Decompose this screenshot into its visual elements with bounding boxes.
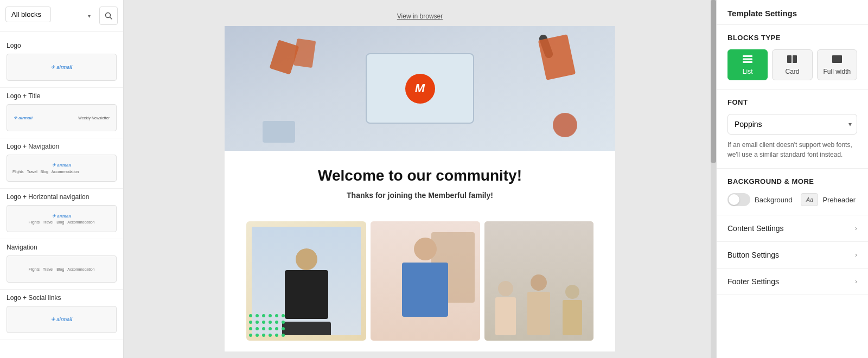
decor-envelope bbox=[293, 39, 316, 68]
group-silhouettes bbox=[484, 221, 593, 341]
community-image-2 bbox=[371, 221, 480, 341]
main-canvas: View in browser M bbox=[124, 0, 716, 358]
view-in-browser-link[interactable]: View in browser bbox=[397, 12, 443, 20]
sidebar-item-logo-title[interactable]: Logo + Title ✈ airmail Weekly Newsletter bbox=[0, 88, 123, 138]
button-settings-label: Button Settings bbox=[727, 251, 779, 259]
person-placeholder-2 bbox=[371, 221, 480, 341]
hero-image-placeholder: M bbox=[225, 26, 615, 151]
blocks-type-label: BLOCKS TYPE bbox=[727, 34, 857, 42]
hero-image-block: M bbox=[225, 26, 615, 151]
logo-preview: ✈ airmail bbox=[7, 54, 117, 81]
footer-settings-section[interactable]: Footer Settings › bbox=[717, 268, 868, 295]
sidebar-item-navigation[interactable]: Navigation FlightsTravelBlogAccommodatio… bbox=[0, 239, 123, 290]
blocks-type-row: List Card Full width bbox=[727, 49, 857, 80]
email-preview-block: M Welcome to our community! Thanks for j… bbox=[225, 26, 615, 351]
decor-mug bbox=[263, 121, 295, 143]
sidebar-item-logo-social[interactable]: Logo + Social links ✈ airmail bbox=[0, 290, 123, 340]
sidebar-item-logo-nav[interactable]: Logo + Navigation ✈ airmail FlightsTrave… bbox=[0, 138, 123, 189]
button-settings-chevron-icon: › bbox=[855, 251, 857, 259]
sidebar-item-logo[interactable]: Logo ✈ airmail bbox=[0, 37, 123, 88]
right-sidebar: Template Settings BLOCKS TYPE List bbox=[716, 0, 868, 358]
card-btn-label: Card bbox=[785, 68, 799, 75]
font-select-wrapper: Poppins Arial Georgia Helvetica Times Ne… bbox=[727, 114, 857, 135]
list-icon bbox=[743, 55, 752, 65]
logo-title-preview-content: ✈ airmail Weekly Newsletter bbox=[9, 116, 114, 120]
svg-rect-2 bbox=[743, 55, 752, 57]
background-toggle-label: Background bbox=[755, 196, 792, 204]
svg-line-1 bbox=[110, 17, 112, 20]
fullwidth-btn-label: Full width bbox=[823, 68, 851, 75]
background-toggle-group: Background bbox=[727, 193, 792, 206]
decor-circle bbox=[553, 113, 577, 137]
left-sidebar: All blocks Logo Navigation Header Conten… bbox=[0, 0, 124, 358]
font-select[interactable]: Poppins Arial Georgia Helvetica Times Ne… bbox=[727, 114, 857, 135]
template-settings-title: Template Settings bbox=[717, 0, 868, 25]
svg-rect-4 bbox=[743, 61, 752, 63]
welcome-block: Welcome to our community! Thanks for joi… bbox=[225, 151, 615, 210]
card-icon bbox=[787, 55, 797, 65]
background-section: BACKGROUND & MORE Background Aa Preheade… bbox=[717, 169, 868, 215]
content-settings-section[interactable]: Content Settings › bbox=[717, 215, 868, 242]
sidebar-item-label: Logo + Navigation bbox=[7, 143, 117, 150]
welcome-subtitle: Thanks for joining the Memberful family! bbox=[246, 191, 593, 200]
block-type-fullwidth-button[interactable]: Full width bbox=[817, 49, 857, 80]
canvas-scrollbar-thumb[interactable] bbox=[711, 0, 716, 163]
content-settings-chevron-icon: › bbox=[855, 225, 857, 232]
sidebar-item-label: Logo + Social links bbox=[7, 294, 117, 302]
person-silhouette-2 bbox=[395, 232, 455, 341]
canvas-area: View in browser M bbox=[214, 0, 626, 358]
logo-social-preview-text: ✈ airmail bbox=[51, 317, 73, 322]
search-icon bbox=[105, 12, 112, 20]
decor-orange-1 bbox=[538, 34, 576, 80]
svg-rect-6 bbox=[793, 55, 797, 63]
block-type-list-button[interactable]: List bbox=[727, 49, 768, 80]
logo-nav-preview-content: ✈ airmail FlightsTravelBlogAccommodation bbox=[9, 163, 114, 174]
community-images-block bbox=[225, 210, 615, 351]
search-button[interactable] bbox=[99, 7, 118, 25]
fullwidth-icon bbox=[832, 55, 842, 65]
footer-settings-label: Footer Settings bbox=[727, 277, 779, 286]
svg-rect-7 bbox=[832, 55, 842, 63]
font-info-text: If an email client doesn't support web f… bbox=[727, 140, 857, 159]
svg-rect-3 bbox=[743, 59, 752, 60]
bg-row: Background Aa Preheader bbox=[727, 193, 857, 206]
welcome-title: Welcome to our community! bbox=[246, 167, 593, 184]
font-section: FONT Poppins Arial Georgia Helvetica Tim… bbox=[717, 90, 868, 169]
content-settings-label: Content Settings bbox=[727, 224, 784, 233]
list-btn-label: List bbox=[743, 68, 753, 75]
dots-pattern bbox=[249, 314, 286, 338]
community-image-3 bbox=[484, 221, 593, 341]
sidebar-item-label: Logo + Horizontal navigation bbox=[7, 193, 117, 201]
svg-rect-5 bbox=[787, 55, 792, 63]
view-in-browser-bar: View in browser bbox=[225, 11, 615, 21]
sidebar-item-label: Navigation bbox=[7, 244, 117, 251]
preheader-icon: Aa bbox=[801, 193, 818, 206]
logo-nav-preview: ✈ airmail FlightsTravelBlogAccommodation bbox=[7, 155, 117, 182]
bg-label: BACKGROUND & MORE bbox=[727, 177, 857, 186]
logo-horiz-nav-preview: ✈ airmail FlightsTravelBlogAccommodation bbox=[7, 205, 117, 232]
person-placeholder-3 bbox=[484, 221, 593, 341]
sidebar-item-label: Logo bbox=[7, 42, 117, 49]
sidebar-header: All blocks Logo Navigation Header Conten… bbox=[0, 0, 123, 32]
blocks-filter-select[interactable]: All blocks Logo Navigation Header Conten… bbox=[5, 7, 51, 22]
nav-preview: FlightsTravelBlogAccommodation bbox=[7, 255, 117, 283]
canvas-scrollbar[interactable] bbox=[711, 0, 716, 358]
logo-title-preview: ✈ airmail Weekly Newsletter bbox=[7, 104, 117, 131]
sidebar-item-label: Logo + Title bbox=[7, 92, 117, 100]
logo-preview-text: ✈ airmail bbox=[51, 65, 73, 70]
block-type-card-button[interactable]: Card bbox=[772, 49, 812, 80]
font-label: FONT bbox=[727, 98, 857, 106]
blocks-list: Logo ✈ airmail Logo + Title ✈ airmail We… bbox=[0, 32, 123, 358]
laptop-graphic: M bbox=[366, 53, 474, 124]
person-silhouette-1 bbox=[279, 238, 334, 335]
logo-social-preview: ✈ airmail bbox=[7, 306, 117, 333]
preheader-group: Aa Preheader bbox=[801, 193, 856, 206]
footer-settings-chevron-icon: › bbox=[855, 278, 857, 285]
background-toggle[interactable] bbox=[727, 193, 750, 206]
preheader-label: Preheader bbox=[822, 196, 856, 204]
sidebar-item-logo-horiz-nav[interactable]: Logo + Horizontal navigation ✈ airmail F… bbox=[0, 189, 123, 239]
blocks-type-section: BLOCKS TYPE List bbox=[717, 25, 868, 90]
button-settings-section[interactable]: Button Settings › bbox=[717, 242, 868, 268]
